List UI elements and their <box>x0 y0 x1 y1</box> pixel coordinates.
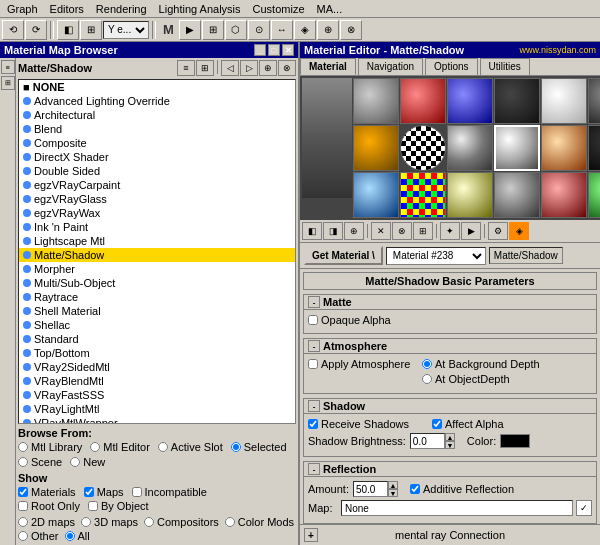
me-tb-effects[interactable]: ✦ <box>440 222 460 240</box>
list-item-vraylight[interactable]: VRayLightMtl <box>19 402 295 416</box>
brightness-up[interactable]: ▲ <box>445 433 455 441</box>
amount-down[interactable]: ▼ <box>388 489 398 497</box>
check-incompatible[interactable]: Incompatible <box>132 486 207 498</box>
opaque-alpha-check[interactable]: Opaque Alpha <box>308 314 391 326</box>
radio-3dmaps[interactable]: 3D maps <box>81 516 138 528</box>
menu-lighting[interactable]: Lighting Analysis <box>154 2 246 16</box>
list-item-adv-lighting[interactable]: Advanced Lighting Override <box>19 94 295 108</box>
list-item-directx[interactable]: DirectX Shader <box>19 150 295 164</box>
radio-bg-depth[interactable]: At Background Depth <box>422 358 540 370</box>
toolbar-btn-5[interactable]: ▶ <box>179 20 201 40</box>
toolbar-btn-8[interactable]: ⊙ <box>248 20 270 40</box>
list-item-vraymtlw[interactable]: VRayMtlWrapper <box>19 416 295 424</box>
radio-all[interactable]: All <box>65 530 90 542</box>
radio-other[interactable]: Other <box>18 530 59 542</box>
radio-active-slot[interactable]: Active Slot <box>158 441 223 453</box>
thumb-7[interactable] <box>353 125 399 171</box>
thumb-3[interactable] <box>447 78 493 124</box>
menu-rendering[interactable]: Rendering <box>91 2 152 16</box>
amount-up[interactable]: ▲ <box>388 481 398 489</box>
maximize-btn[interactable]: □ <box>268 44 280 56</box>
list-item-standard[interactable]: Standard <box>19 332 295 346</box>
radio-mtl-library[interactable]: Mtl Library <box>18 441 82 453</box>
list-item-multi-sub[interactable]: Multi/Sub-Object <box>19 276 295 290</box>
amount-spinner[interactable]: 50.0 ▲ ▼ <box>353 481 398 497</box>
check-root-only[interactable]: Root Only <box>18 500 80 512</box>
list-item-ink[interactable]: Ink 'n Paint <box>19 220 295 234</box>
me-tb-getmat[interactable]: ◧ <box>302 222 322 240</box>
list-item-top-bottom[interactable]: Top/Bottom <box>19 346 295 360</box>
radio-obj-depth[interactable]: At ObjectDepth <box>422 373 540 385</box>
toolbar-btn-9[interactable]: ↔ <box>271 20 293 40</box>
list-item-shellac[interactable]: Shellac <box>19 318 295 332</box>
tab-material[interactable]: Material <box>300 58 356 75</box>
toolbar-btn-10[interactable]: ◈ <box>294 20 316 40</box>
additive-reflection-check[interactable]: Additive Reflection <box>410 483 514 495</box>
menu-customize[interactable]: Customize <box>248 2 310 16</box>
reflection-collapse[interactable]: - <box>308 463 320 475</box>
me-tb-paste[interactable]: ⊞ <box>413 222 433 240</box>
list-item-vrayblend[interactable]: VRayBlendMtl <box>19 374 295 388</box>
receive-shadows-check[interactable]: Receive Shadows <box>308 418 428 430</box>
list-item-vrayfast[interactable]: VRayFastSSS <box>19 388 295 402</box>
amount-input[interactable]: 50.0 <box>353 481 388 497</box>
list-item-vray2sided[interactable]: VRay2SidedMtl <box>19 360 295 374</box>
shadow-brightness-input[interactable]: 0.0 <box>410 433 445 449</box>
browse-icon-1[interactable]: ≡ <box>177 60 195 76</box>
list-item-raytrace[interactable]: Raytrace <box>19 290 295 304</box>
radio-color-mods[interactable]: Color Mods <box>225 516 294 528</box>
me-tb-putmat[interactable]: ◨ <box>323 222 343 240</box>
browse-icon-5[interactable]: ⊕ <box>259 60 277 76</box>
icon-view1[interactable]: ≡ <box>1 60 15 74</box>
list-item-morpher[interactable]: Morpher <box>19 262 295 276</box>
close-btn[interactable]: ✕ <box>282 44 294 56</box>
me-tb-reset[interactable]: ✕ <box>371 222 391 240</box>
thumb-4[interactable] <box>494 78 540 124</box>
list-item-lightscape[interactable]: Lightscape Mtl <box>19 234 295 248</box>
thumb-1[interactable] <box>353 78 399 124</box>
list-item-composite[interactable]: Composite <box>19 136 295 150</box>
mr-expand-btn[interactable]: + <box>304 528 318 542</box>
me-tb-putcopy[interactable]: ⊕ <box>344 222 364 240</box>
toolbar-btn-12[interactable]: ⊗ <box>340 20 362 40</box>
check-by-object[interactable]: By Object <box>88 500 149 512</box>
thumb-13[interactable] <box>353 172 399 218</box>
list-item-double-sided[interactable]: Double Sided <box>19 164 295 178</box>
check-maps[interactable]: Maps <box>84 486 124 498</box>
map-check[interactable]: ✓ <box>576 500 592 516</box>
me-tb-options[interactable]: ⚙ <box>488 222 508 240</box>
list-item-blend[interactable]: Blend <box>19 122 295 136</box>
check-materials[interactable]: Materials <box>18 486 76 498</box>
list-item-none1[interactable]: ■ NONE <box>19 80 295 94</box>
radio-mtl-editor[interactable]: Mtl Editor <box>90 441 149 453</box>
get-material-btn[interactable]: Get Material \ <box>304 246 383 265</box>
list-item-matte-shadow[interactable]: Matte/Shadow <box>19 248 295 262</box>
brightness-down[interactable]: ▼ <box>445 441 455 449</box>
tab-navigation[interactable]: Navigation <box>358 58 423 75</box>
toolbar-btn-6[interactable]: ⊞ <box>202 20 224 40</box>
toolbar-btn-4[interactable]: ⊞ <box>80 20 102 40</box>
icon-view2[interactable]: ⊞ <box>1 76 15 90</box>
toolbar-btn-1[interactable]: ⟲ <box>2 20 24 40</box>
thumb-11[interactable] <box>541 125 587 171</box>
affect-alpha-check[interactable]: Affect Alpha <box>432 418 504 430</box>
shadow-color-swatch[interactable] <box>500 434 530 448</box>
browse-icon-4[interactable]: ▷ <box>240 60 258 76</box>
thumb-14[interactable] <box>400 172 446 218</box>
tab-options[interactable]: Options <box>425 58 477 75</box>
radio-2dmaps[interactable]: 2D maps <box>18 516 75 528</box>
list-item-architectural[interactable]: Architectural <box>19 108 295 122</box>
thumb-5[interactable] <box>541 78 587 124</box>
thumb-6[interactable] <box>588 78 600 124</box>
tab-utilities[interactable]: Utilities <box>480 58 530 75</box>
material-list[interactable]: ■ NONE Advanced Lighting Override Archit… <box>18 79 296 424</box>
matte-collapse[interactable]: - <box>308 296 320 308</box>
toolbar-btn-11[interactable]: ⊕ <box>317 20 339 40</box>
me-tb-video[interactable]: ▶ <box>461 222 481 240</box>
browse-icon-3[interactable]: ◁ <box>221 60 239 76</box>
thumb-9[interactable] <box>447 125 493 171</box>
apply-atmosphere-check[interactable]: Apply Atmosphere <box>308 358 418 370</box>
toolbar-btn-2[interactable]: ⟳ <box>25 20 47 40</box>
menu-ma[interactable]: MA... <box>312 2 348 16</box>
list-item-egz-glass[interactable]: egzVRayGlass <box>19 192 295 206</box>
